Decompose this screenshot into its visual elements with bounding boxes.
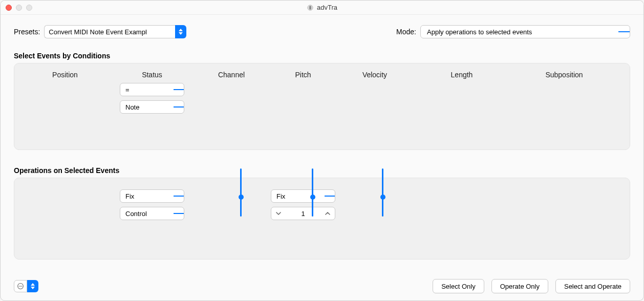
operations-section-label: Operations on Selected Events (14, 166, 630, 175)
presets-input[interactable] (44, 25, 175, 38)
stepper-increment[interactable] (324, 209, 332, 218)
ellipsis-icon (17, 283, 24, 290)
window-title-wrap: advTra (1, 4, 643, 11)
top-controls-row: Presets: Mode: Apply operations to selec… (14, 25, 630, 38)
conditions-panel: Position Status Channel Pitch Velocity L… (14, 63, 630, 150)
chevron-updown-icon (166, 87, 184, 93)
svg-point-5 (22, 286, 23, 287)
operation-status-operator[interactable]: Fix (120, 189, 184, 203)
mode-select[interactable]: Apply operations to selected events (420, 25, 630, 38)
conditions-row-1: = (22, 83, 622, 96)
operation-status-operator-value: Fix (120, 192, 174, 200)
conditions-column-headers: Position Status Channel Pitch Velocity L… (22, 69, 622, 83)
chevron-updown-icon (179, 29, 183, 35)
zoom-window-button[interactable] (26, 5, 32, 11)
condition-status-operator[interactable]: = (120, 83, 184, 96)
footer: Select Only Operate Only Select and Oper… (14, 270, 630, 293)
more-actions-button[interactable] (14, 280, 27, 292)
operation-pitch-operator[interactable]: Fix (271, 189, 335, 203)
mode-value: Apply operations to selected events (421, 28, 618, 36)
operation-pitch-value: 1 (301, 210, 305, 218)
operation-status-value-text: Control (120, 210, 174, 218)
svg-point-3 (19, 286, 20, 287)
condition-status-operator-value: = (120, 86, 174, 94)
chevron-updown-icon (166, 193, 184, 199)
titlebar: advTra (1, 1, 643, 15)
mode-label: Mode: (396, 28, 416, 36)
close-window-button[interactable] (6, 5, 12, 11)
mode-dropdown-button[interactable] (618, 29, 630, 35)
chevron-updown-icon (31, 283, 35, 289)
app-icon (307, 4, 314, 11)
col-velocity: Velocity (339, 71, 411, 79)
select-and-operate-button[interactable]: Select and Operate (555, 279, 630, 293)
content-area: Presets: Mode: Apply operations to selec… (1, 15, 643, 300)
operations-row-2: Control 1 (22, 207, 622, 220)
col-position: Position (22, 71, 109, 79)
operation-status-value[interactable]: Control (120, 207, 184, 220)
select-only-button[interactable]: Select Only (433, 279, 484, 293)
operation-status-operator-dropdown[interactable] (174, 193, 184, 199)
chevron-updown-icon (166, 104, 184, 110)
svg-rect-1 (309, 6, 311, 9)
empty (22, 100, 109, 114)
operation-pitch-operator-value: Fix (271, 192, 325, 200)
footer-left-controls (14, 280, 38, 292)
col-length: Length (411, 71, 513, 79)
footer-right-buttons: Select Only Operate Only Select and Oper… (433, 279, 630, 293)
app-window: advTra Presets: Mode: Apply opera (0, 0, 644, 301)
operation-pitch-operator-dropdown[interactable] (325, 193, 335, 199)
operations-row-1: Fix Fix (22, 189, 622, 203)
presets-label: Presets: (14, 28, 40, 36)
condition-status-operator-dropdown[interactable] (174, 87, 184, 93)
mode-group: Mode: Apply operations to selected event… (396, 25, 630, 38)
col-subposition: Subposition (513, 71, 615, 79)
operation-pitch-value-stepper[interactable]: 1 (271, 207, 335, 220)
presets-group: Presets: (14, 25, 186, 38)
window-controls (6, 5, 32, 11)
window-title: advTra (317, 4, 337, 11)
operate-only-button[interactable]: Operate Only (491, 279, 548, 293)
svg-point-0 (308, 5, 313, 10)
svg-point-4 (20, 286, 21, 287)
chevron-up-icon (325, 210, 331, 217)
col-pitch: Pitch (267, 71, 339, 79)
presets-dropdown-button[interactable] (175, 25, 186, 38)
condition-status-value[interactable]: Note (120, 100, 184, 114)
stepper-decrement[interactable] (274, 209, 283, 218)
col-status: Status (109, 71, 196, 79)
chevron-updown-icon (317, 193, 335, 199)
chevron-updown-icon (166, 210, 184, 217)
col-channel: Channel (196, 71, 267, 79)
more-actions-dropdown[interactable] (27, 280, 38, 292)
operations-panel: Fix Fix Control (14, 178, 630, 260)
condition-status-value-dropdown[interactable] (174, 104, 184, 110)
conditions-row-2: Note (22, 100, 622, 114)
chevron-down-icon (275, 210, 282, 217)
presets-combo (44, 25, 186, 38)
conditions-section-label: Select Events by Conditions (14, 52, 630, 60)
condition-status-value-text: Note (120, 103, 174, 111)
minimize-window-button[interactable] (16, 5, 22, 11)
operation-status-value-dropdown[interactable] (174, 210, 184, 217)
chevron-updown-icon (610, 29, 630, 35)
empty (22, 83, 109, 96)
